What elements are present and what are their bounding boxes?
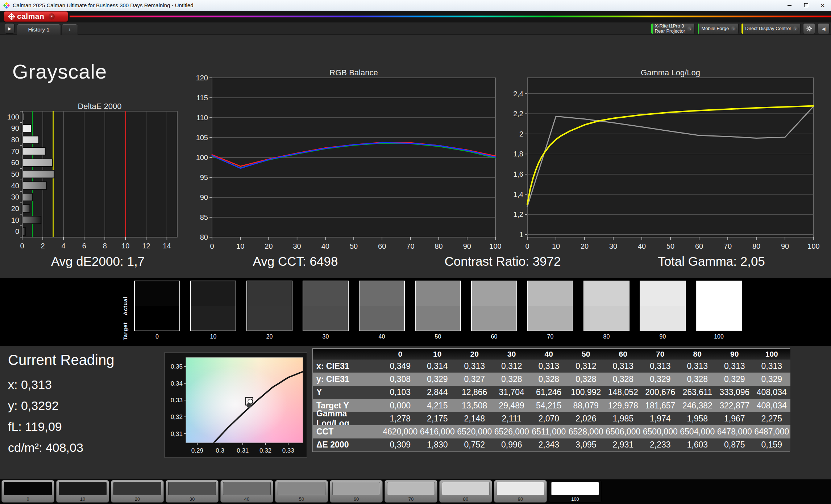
svg-text:40: 40 bbox=[11, 182, 19, 190]
level-button-label: 100 bbox=[571, 496, 579, 502]
swatch-actual bbox=[472, 281, 516, 306]
page-title: Grayscale bbox=[12, 60, 107, 83]
level-button-label: 90 bbox=[518, 496, 523, 502]
table-cell: 0,312 bbox=[568, 360, 605, 373]
svg-text:80: 80 bbox=[11, 136, 19, 144]
history-panel-toggle[interactable]: ▶ bbox=[5, 23, 14, 34]
table-cell: 0,329 bbox=[716, 373, 753, 386]
swatch-target bbox=[360, 306, 404, 331]
table-header-cell: 80 bbox=[679, 349, 716, 360]
level-button-80[interactable]: 80 bbox=[439, 480, 492, 503]
meter-dropdown[interactable]: X-Rite i1Pro 3 Rear Projector ▼ bbox=[651, 23, 695, 34]
svg-text:110: 110 bbox=[196, 114, 208, 122]
table-cell: 2,343 bbox=[530, 438, 568, 452]
level-button-100[interactable]: 100 bbox=[549, 480, 602, 503]
level-button-50[interactable]: 50 bbox=[275, 480, 328, 503]
tab-add[interactable]: + bbox=[61, 24, 78, 35]
target-row-label: Target bbox=[122, 322, 128, 341]
svg-text:100: 100 bbox=[7, 113, 19, 121]
svg-text:1,6: 1,6 bbox=[513, 170, 523, 178]
summary-contrast-ratio: Contrast Ratio: 3972 bbox=[444, 254, 561, 269]
collapse-toolbar-button[interactable]: ◀ bbox=[818, 23, 830, 34]
grayscale-swatch-100: 100 bbox=[696, 281, 742, 340]
gamma-chart: 2,42,221,81,61,41,2101020304050607080901… bbox=[510, 71, 831, 252]
swatch-level-label: 100 bbox=[714, 333, 724, 340]
meter-status-accent bbox=[651, 24, 653, 34]
summary-row: Avg dE2000: 1,7 Avg CCT: 6498 Contrast R… bbox=[0, 254, 831, 272]
deltae-chart: 024681012141009080706050403020100 bbox=[7, 108, 181, 253]
svg-text:50: 50 bbox=[666, 242, 674, 250]
svg-text:0,33: 0,33 bbox=[171, 397, 183, 404]
svg-text:100: 100 bbox=[489, 242, 501, 250]
level-button-40[interactable]: 40 bbox=[220, 480, 273, 503]
deltae-chart-container: 024681012141009080706050403020100 bbox=[7, 108, 181, 255]
svg-text:0,31: 0,31 bbox=[237, 447, 249, 454]
level-button-30[interactable]: 30 bbox=[166, 480, 219, 503]
level-button-70[interactable]: 70 bbox=[385, 480, 437, 503]
level-button-60[interactable]: 60 bbox=[330, 480, 383, 503]
svg-text:0: 0 bbox=[525, 242, 529, 250]
svg-text:0,31: 0,31 bbox=[171, 430, 183, 437]
svg-text:0: 0 bbox=[210, 242, 214, 250]
summary-avg-de2000: Avg dE2000: 1,7 bbox=[51, 254, 145, 269]
svg-text:70: 70 bbox=[11, 147, 19, 155]
settings-button[interactable] bbox=[803, 23, 815, 34]
table-cell: 6500,000 bbox=[642, 425, 679, 438]
swatch-level-label: 0 bbox=[155, 333, 159, 340]
svg-text:8: 8 bbox=[103, 242, 107, 250]
table-cell: 88,079 bbox=[568, 399, 605, 412]
table-cell: 0,313 bbox=[456, 360, 493, 373]
level-swatch bbox=[59, 482, 107, 495]
table-cell: 0,328 bbox=[568, 373, 605, 386]
maximize-button[interactable] bbox=[798, 0, 814, 10]
table-cell: 0,328 bbox=[679, 373, 716, 386]
table-cell: 2,111 bbox=[493, 412, 531, 425]
level-button-90[interactable]: 90 bbox=[494, 480, 547, 503]
swatch-actual bbox=[640, 281, 685, 306]
svg-text:80: 80 bbox=[752, 242, 760, 250]
table-cell: 6416,000 bbox=[419, 425, 456, 438]
level-button-label: 50 bbox=[299, 496, 304, 502]
table-header-cell: 50 bbox=[568, 349, 605, 360]
level-swatch bbox=[113, 482, 161, 495]
svg-text:90: 90 bbox=[781, 242, 789, 250]
svg-text:2,2: 2,2 bbox=[513, 110, 523, 118]
swatch-target bbox=[303, 306, 348, 331]
minimize-button[interactable] bbox=[781, 0, 798, 10]
table-cell: 0,313 bbox=[530, 360, 568, 373]
grayscale-swatch-40: 40 bbox=[359, 281, 405, 340]
close-button[interactable]: × bbox=[814, 0, 831, 10]
swatch-target bbox=[135, 306, 179, 331]
chevron-down-icon: ▼ bbox=[50, 15, 53, 18]
svg-text:10: 10 bbox=[121, 242, 129, 250]
table-cell: 0,329 bbox=[642, 373, 679, 386]
level-button-0[interactable]: 0 bbox=[1, 480, 54, 503]
swatch-level-label: 20 bbox=[266, 333, 273, 340]
table-header-cell bbox=[313, 349, 382, 360]
reading-fl: fL: 119,09 bbox=[8, 420, 115, 434]
table-cell: 2,275 bbox=[753, 412, 790, 425]
level-button-label: 40 bbox=[244, 496, 249, 502]
table-row-label: Y bbox=[313, 386, 382, 399]
tab-history-1[interactable]: History 1 bbox=[17, 24, 61, 35]
svg-text:10: 10 bbox=[11, 216, 19, 224]
table-cell: 6511,000 bbox=[530, 425, 568, 438]
level-swatch bbox=[332, 482, 380, 495]
cie-chart-panel: 0,350,340,330,320,310,290,30,310,320,33 bbox=[164, 352, 307, 458]
swatch-actual bbox=[697, 281, 741, 306]
reading-point-marker bbox=[248, 399, 253, 404]
table-row-label: CCT bbox=[313, 425, 382, 438]
svg-text:1,8: 1,8 bbox=[513, 150, 523, 158]
table-cell: 6504,000 bbox=[679, 425, 716, 438]
table-row-label: y: CIE31 bbox=[313, 373, 382, 386]
svg-text:60: 60 bbox=[378, 242, 386, 250]
level-button-20[interactable]: 20 bbox=[111, 480, 164, 503]
calman-menu-button[interactable]: calman ▼ bbox=[4, 11, 68, 22]
level-button-10[interactable]: 10 bbox=[56, 480, 109, 503]
svg-text:6: 6 bbox=[82, 242, 86, 250]
source-dropdown[interactable]: Mobile Forge ▼ bbox=[697, 23, 739, 34]
table-cell: 1,830 bbox=[419, 438, 456, 452]
display-control-dropdown[interactable]: Direct Display Control ▼ bbox=[741, 23, 801, 34]
svg-text:100: 100 bbox=[807, 242, 819, 250]
swatch-level-label: 90 bbox=[660, 333, 666, 340]
